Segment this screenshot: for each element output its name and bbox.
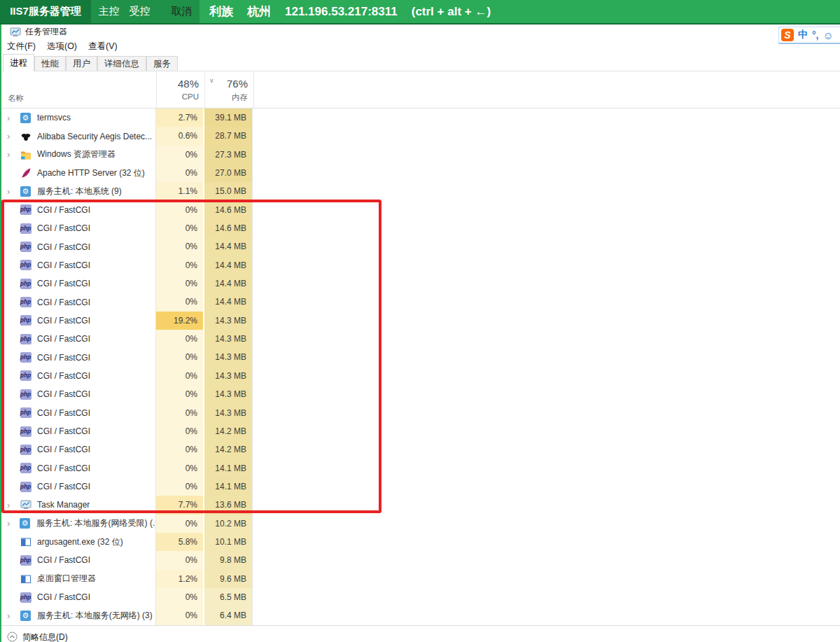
- tab-users[interactable]: 用户: [66, 56, 97, 71]
- tab-details[interactable]: 详细信息: [97, 56, 146, 71]
- process-row[interactable]: php CGI / FastCGI 0% 14.3 MB: [1, 330, 840, 348]
- process-name: termsvcs: [37, 113, 71, 123]
- php-icon: php: [20, 389, 31, 400]
- process-memory-value: 14.4 MB: [204, 256, 253, 274]
- process-name-cell: php CGI / FastCGI: [1, 219, 156, 237]
- shortcut-hint: (ctrl + alt + ←): [412, 5, 491, 19]
- expand-chevron-icon[interactable]: ›: [7, 187, 17, 196]
- menu-file[interactable]: 文件(F): [7, 41, 36, 53]
- expand-chevron-icon[interactable]: ›: [7, 132, 17, 141]
- process-row[interactable]: php CGI / FastCGI 0% 14.4 MB: [1, 256, 840, 274]
- folder-icon: [20, 149, 31, 160]
- expand-chevron-icon[interactable]: ›: [7, 611, 17, 620]
- process-cpu-value: 0%: [156, 237, 204, 256]
- process-name-cell: › Windows 资源管理器: [1, 146, 156, 164]
- process-row[interactable]: › Task Manager 7.7% 13.6 MB: [1, 496, 840, 514]
- process-memory-value: 14.4 MB: [204, 293, 253, 311]
- process-row[interactable]: php CGI / FastCGI 0% 14.3 MB: [1, 367, 840, 385]
- process-memory-value: 14.6 MB: [204, 201, 253, 219]
- expand-chevron-icon[interactable]: ›: [7, 150, 17, 159]
- process-row[interactable]: php CGI / FastCGI 0% 14.6 MB: [1, 201, 840, 219]
- gear-icon: ⚙: [20, 112, 31, 123]
- process-name: CGI / FastCGI: [37, 371, 90, 381]
- process-cpu-value: 1.2%: [156, 570, 204, 588]
- window-icon: [20, 536, 31, 547]
- process-name: Task Manager: [37, 500, 90, 510]
- menu-view[interactable]: 查看(V): [88, 41, 118, 53]
- process-row[interactable]: › ⚙ 服务主机: 本地系统 (9) 1.1% 15.0 MB: [1, 182, 840, 200]
- remote-session-info: 利族 杭州 121.196.53.217:8311 (ctrl + alt + …: [200, 0, 840, 23]
- process-row[interactable]: php CGI / FastCGI 0% 14.1 MB: [1, 477, 840, 496]
- process-memory-value: 39.1 MB: [204, 109, 253, 127]
- process-memory-value: 14.6 MB: [204, 219, 253, 237]
- process-row[interactable]: › Alibaba Security Aegis Detec... 0.6% 2…: [1, 127, 840, 145]
- process-cpu-value: 0%: [156, 256, 204, 274]
- process-memory-value: 14.4 MB: [204, 274, 253, 293]
- process-cpu-value: 0%: [156, 348, 204, 366]
- column-header-cpu[interactable]: 48% CPU: [156, 71, 204, 109]
- process-row[interactable]: php CGI / FastCGI 0% 14.3 MB: [1, 385, 840, 403]
- details-toggle-label[interactable]: 简略信息(D): [22, 631, 68, 642]
- tab-services[interactable]: 服务: [146, 56, 178, 71]
- master-mode-button[interactable]: 主控: [99, 5, 120, 18]
- tab-performance[interactable]: 性能: [34, 56, 66, 71]
- process-cpu-value: 0%: [156, 201, 204, 219]
- process-cpu-value: 0%: [156, 588, 204, 606]
- process-name: CGI / FastCGI: [37, 482, 90, 491]
- process-name: CGI / FastCGI: [37, 223, 90, 233]
- process-row[interactable]: php CGI / FastCGI 0% 14.1 MB: [1, 459, 840, 477]
- tab-processes[interactable]: 进程: [3, 54, 34, 71]
- remote-control-bar: IIS7服务器管理 主控 受控 取消 利族 杭州 121.196.53.217:…: [0, 0, 840, 25]
- process-memory-value: 14.1 MB: [204, 477, 253, 496]
- process-row[interactable]: 桌面窗口管理器 1.2% 9.6 MB: [1, 570, 840, 588]
- process-row[interactable]: php CGI / FastCGI 0% 14.4 MB: [1, 237, 840, 256]
- collapse-circle-icon: [7, 631, 18, 642]
- process-row[interactable]: › ⚙ termsvcs 2.7% 39.1 MB: [1, 109, 840, 127]
- php-icon: php: [20, 481, 31, 492]
- ime-bar: S 中 °, ☺: [778, 27, 840, 44]
- process-row[interactable]: php CGI / FastCGI 0% 14.2 MB: [1, 440, 840, 459]
- column-header-memory[interactable]: ∨ 76% 内存: [204, 71, 254, 109]
- expand-chevron-icon[interactable]: ›: [7, 501, 17, 510]
- php-icon: php: [20, 315, 31, 326]
- process-row[interactable]: php CGI / FastCGI 0% 14.4 MB: [1, 293, 840, 311]
- ime-emoji-icon[interactable]: ☺: [823, 29, 834, 41]
- process-name: CGI / FastCGI: [37, 205, 90, 215]
- process-row[interactable]: php CGI / FastCGI 0% 14.3 MB: [1, 404, 840, 422]
- menu-options[interactable]: 选项(O): [47, 41, 77, 53]
- ime-punctuation-toggle[interactable]: °,: [812, 29, 819, 41]
- process-cpu-value: 0%: [156, 274, 204, 293]
- expand-chevron-icon[interactable]: ›: [7, 519, 17, 528]
- process-name: CGI / FastCGI: [37, 408, 90, 418]
- process-row[interactable]: php CGI / FastCGI 19.2% 14.3 MB: [1, 312, 840, 330]
- process-row[interactable]: Apache HTTP Server (32 位) 0% 27.0 MB: [1, 164, 840, 182]
- memory-column-label: 内存: [205, 92, 248, 103]
- process-row[interactable]: php CGI / FastCGI 0% 14.2 MB: [1, 422, 840, 440]
- process-row[interactable]: php CGI / FastCGI 0% 6.5 MB: [1, 588, 840, 606]
- process-memory-value: 10.1 MB: [204, 533, 253, 551]
- server-address: 121.196.53.217:8311: [285, 5, 398, 19]
- column-header-name[interactable]: 名称: [8, 93, 24, 104]
- process-memory-value: 9.8 MB: [204, 551, 253, 569]
- php-icon: php: [20, 370, 31, 382]
- process-row[interactable]: php CGI / FastCGI 0% 14.3 MB: [1, 348, 840, 366]
- ime-language-toggle[interactable]: 中: [798, 29, 808, 41]
- process-row[interactable]: › ⚙ 服务主机: 本地服务(无网络) (3) 0% 6.4 MB: [1, 606, 840, 624]
- sogou-logo-icon[interactable]: S: [781, 29, 794, 41]
- php-icon: php: [20, 463, 31, 474]
- slave-mode-button[interactable]: 受控: [130, 5, 150, 18]
- process-list: › ⚙ termsvcs 2.7% 39.1 MB › Alibaba Secu…: [1, 109, 840, 625]
- process-row[interactable]: › ⚙ 服务主机: 本地服务(网络受限) (... 0% 10.2 MB: [1, 515, 840, 533]
- process-name: 服务主机: 本地服务(网络受限) (...: [36, 517, 155, 529]
- taskmanager-icon: [9, 27, 21, 38]
- process-memory-value: 9.6 MB: [204, 570, 253, 588]
- php-icon: php: [20, 242, 31, 253]
- cancel-button[interactable]: 取消: [172, 5, 192, 18]
- process-row[interactable]: php CGI / FastCGI 0% 9.8 MB: [1, 551, 840, 569]
- process-row[interactable]: php CGI / FastCGI 0% 14.6 MB: [1, 219, 840, 237]
- process-row[interactable]: argusagent.exe (32 位) 5.8% 10.1 MB: [1, 533, 840, 551]
- expand-chevron-icon[interactable]: ›: [7, 113, 17, 123]
- process-row[interactable]: php CGI / FastCGI 0% 14.4 MB: [1, 274, 840, 293]
- process-row[interactable]: › Windows 资源管理器 0% 27.3 MB: [1, 146, 840, 164]
- process-cpu-value: 0%: [156, 385, 204, 403]
